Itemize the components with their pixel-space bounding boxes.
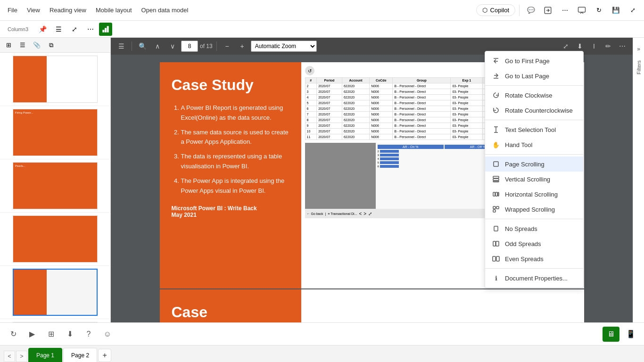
table-cell-0-2: 622020 (342, 83, 369, 89)
go-back-label: ← Go back (307, 212, 323, 215)
menu-label-vertical-scrolling: Vertical Scrolling (505, 176, 550, 183)
pdf-edit-btn[interactable]: ✏ (602, 40, 615, 53)
table-cell-8-4: B - Personnel - Direct (393, 129, 451, 134)
filter-icon-btn[interactable]: ☰ (51, 22, 66, 37)
nav-circle-icon: ↺ (305, 66, 314, 75)
thumbnail-6[interactable] (0, 319, 110, 322)
menu-item-go-last[interactable]: Go to Last Page (485, 68, 583, 83)
menu-item-go-first[interactable]: Go to First Page (485, 53, 583, 68)
more-options-btn[interactable]: ⋯ (557, 3, 572, 18)
menu-label-no-spreads: No Spreads (505, 225, 537, 232)
table-cell-0-1: 2020/07 (317, 83, 342, 89)
thumbnail-list-btn[interactable]: ☰ (16, 39, 29, 52)
even-spreads-icon (492, 255, 500, 263)
table-cell-9-2: 622020 (342, 134, 369, 140)
page-tab-1[interactable]: Page 1 (28, 348, 62, 362)
save-btn[interactable]: 💾 (608, 3, 623, 18)
thumbnail-4[interactable] (0, 213, 110, 266)
left-arrow[interactable]: < (359, 211, 362, 216)
pdf-page-total: of 13 (200, 43, 213, 49)
menu-item-page-scrolling[interactable]: Page Scrolling (485, 156, 583, 172)
svg-rect-18 (498, 192, 499, 196)
menu-item-hand-tool[interactable]: ✋ Hand Tool (485, 137, 583, 152)
pdf-search-btn[interactable]: 🔍 (136, 40, 149, 53)
view-menu[interactable]: View (23, 5, 44, 16)
thumbnail-attach-btn[interactable]: 📎 (30, 39, 43, 52)
pdf-cursor-btn[interactable]: I (587, 40, 601, 53)
tab-prev-btn[interactable]: < (4, 351, 15, 362)
page-tab-1-label: Page 1 (36, 352, 54, 359)
table-cell-6-2: 622020 (342, 117, 369, 123)
desktop-view-btn[interactable]: 🖥 (603, 327, 619, 342)
menu-label-page-scrolling: Page Scrolling (505, 161, 545, 168)
table-cell-2-4: B - Personnel - Direct (393, 95, 451, 100)
thumbnail-grid-btn[interactable]: ⊞ (2, 39, 15, 52)
col-exp1: Exp 1 (451, 78, 483, 83)
thumbnail-2[interactable]: Firing Power... (0, 106, 110, 159)
footer-line2: May 2021 (172, 212, 289, 218)
menu-item-text-selection[interactable]: Text Selection Tool (485, 122, 583, 137)
fullscreen-btn[interactable]: ⤢ (67, 22, 82, 37)
play-btn[interactable]: ▶ (25, 327, 40, 342)
table-cell-6-3: N006 (370, 117, 393, 123)
add-page-btn[interactable]: + (98, 349, 111, 362)
menu-item-odd-spreads[interactable]: Odd Spreads (485, 236, 583, 251)
right-arrow[interactable]: > (363, 211, 366, 216)
table-cell-7-5: 03- People (451, 123, 483, 129)
pdf-zoom-in-btn[interactable]: + (236, 40, 249, 53)
copilot-icon: ⬡ (482, 7, 487, 14)
emoji-btn[interactable]: ☺ (100, 327, 115, 342)
menu-item-rotate-ccw[interactable]: Rotate Counterclockwise (485, 103, 583, 118)
table-cell-6-5: 03- People (451, 117, 483, 123)
export-btn[interactable]: ⬇ (62, 327, 77, 342)
sidebar-toggle-btn[interactable]: ☰ (115, 40, 128, 53)
pdf-page-input[interactable] (181, 41, 198, 52)
mobile-layout-btn[interactable]: Mobile layout (92, 5, 136, 16)
sidebar-expand-btn[interactable]: » (631, 41, 644, 57)
file-menu[interactable]: File (4, 5, 21, 16)
reading-view-btn[interactable]: Reading view (46, 5, 90, 16)
thumbnail-5-current[interactable] (0, 266, 110, 319)
pdf-next-btn[interactable]: ∨ (166, 40, 179, 53)
open-data-model-btn[interactable]: Open data model (138, 5, 192, 16)
menu-item-even-spreads[interactable]: Even Spreads (485, 251, 583, 266)
refresh-btn[interactable]: ↻ (591, 3, 606, 18)
page-tab-2[interactable]: Page 2 (63, 348, 97, 362)
refresh-bottom-btn[interactable]: ↻ (6, 327, 21, 342)
rotate-ccw-icon (492, 106, 500, 115)
menu-item-rotate-cw[interactable]: Rotate Clockwise (485, 88, 583, 103)
share-icon-btn[interactable] (540, 3, 555, 18)
menu-item-no-spreads[interactable]: No Spreads (485, 221, 583, 236)
mobile-view-btn[interactable]: 📱 (623, 327, 638, 342)
table-cell-8-5: 03- People (451, 129, 483, 134)
more-visual-btn[interactable]: ⋯ (83, 22, 98, 37)
comment-icon-btn[interactable]: 💬 (523, 3, 538, 18)
menu-item-doc-properties[interactable]: ℹ Document Properties... (485, 271, 583, 286)
copilot-button[interactable]: ⬡ Copilot (476, 4, 515, 16)
thumbnail-1[interactable] (0, 53, 110, 106)
pdf-zoom-out-btn[interactable]: − (221, 40, 234, 53)
thumbnail-3[interactable]: Pearls... (0, 159, 110, 213)
help-btn[interactable]: ? (81, 327, 96, 342)
table-cell-0-4: B - Personnel - Direct (393, 83, 451, 89)
menu-label-even-spreads: Even Spreads (505, 255, 544, 263)
present-btn[interactable] (574, 3, 589, 18)
pdf-more-btn[interactable]: ⋯ (616, 40, 629, 53)
expand-icon[interactable]: ⤢ (368, 211, 372, 216)
pdf-prev-btn[interactable]: ∧ (151, 40, 164, 53)
pdf-zoom-select[interactable]: Automatic Zoom (251, 41, 317, 52)
qr-btn[interactable]: ⊞ (43, 327, 58, 342)
pin-btn[interactable]: 📌 (35, 22, 50, 37)
menu-item-vertical-scrolling[interactable]: Vertical Scrolling (485, 172, 583, 187)
expand-btn[interactable]: ⤢ (625, 3, 640, 18)
menu-divider-4 (485, 219, 583, 219)
table-cell-4-1: 2020/07 (317, 106, 342, 112)
table-cell-9-1: 2020/07 (317, 134, 342, 140)
table-cell-2-0: 4 (305, 95, 317, 100)
menu-item-horizontal-scrolling[interactable]: Horizontal Scrolling (485, 187, 583, 202)
menu-label-rotate-cw: Rotate Clockwise (505, 92, 552, 99)
thumbnail-layer-btn[interactable]: ⧉ (44, 39, 58, 52)
svg-rect-19 (493, 206, 495, 209)
tab-next-btn[interactable]: > (16, 351, 27, 362)
menu-item-wrapped-scrolling[interactable]: Wrapped Scrolling (485, 202, 583, 217)
